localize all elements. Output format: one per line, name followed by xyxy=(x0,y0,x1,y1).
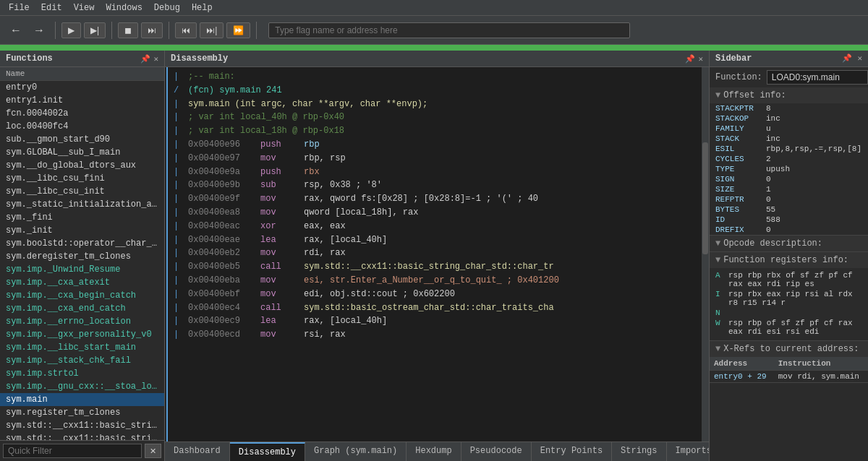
sidebar-offset-val: inc xyxy=(766,134,780,143)
menu-view[interactable]: View xyxy=(68,1,101,14)
disasm-address[interactable]: 0x00400e9b xyxy=(188,179,260,191)
disassembly-panel: Disassembly 📌 ✕ | ;-- main:/(fcn) sym.ma… xyxy=(165,51,709,461)
function-list-item[interactable]: sym.imp.__cxa_end_catch xyxy=(0,302,164,315)
disassembly-tab-graph--sym-main-[interactable]: Graph (sym.main) xyxy=(305,442,407,461)
disassembly-scrollbar[interactable] xyxy=(702,67,709,441)
disasm-address[interactable]: 0x00400e9f xyxy=(188,193,260,205)
nav-forward-button[interactable]: → xyxy=(29,22,49,38)
disasm-address[interactable]: 0x00400ecd xyxy=(188,329,260,341)
disasm-address[interactable]: 0x00400ebf xyxy=(188,288,260,301)
function-list-item[interactable]: sym.imp.__libc_start_main xyxy=(0,341,164,354)
function-list-item[interactable]: sym.register_tm_clones xyxy=(0,406,164,419)
disasm-address[interactable]: 0x00400eac xyxy=(188,220,260,233)
function-list-item[interactable]: sym.boolstd::operator__char_std::char_tr… xyxy=(0,237,164,250)
sidebar-offset-field-row: FAMILYu xyxy=(710,124,868,134)
sidebar-close-icon[interactable]: ✕ xyxy=(857,54,862,63)
menu-edit[interactable]: Edit xyxy=(35,1,68,14)
disasm-address[interactable]: 0x00400e96 xyxy=(188,139,260,151)
sidebar-offset-field-row: ID588 xyxy=(710,215,868,225)
disasm-address[interactable]: 0x00400eae xyxy=(188,234,260,246)
disassembly-tab-imports[interactable]: Imports xyxy=(667,442,709,461)
function-list-item[interactable]: sym.main xyxy=(0,393,164,406)
disassembly-tab-dashboard[interactable]: Dashboard xyxy=(165,442,230,461)
sidebar-function-input[interactable] xyxy=(767,70,868,85)
function-list-item[interactable]: sym.__libc_csu_fini xyxy=(0,172,164,185)
flag-address-input[interactable] xyxy=(268,22,630,38)
sidebar-offset-field-row: SIGN0 xyxy=(710,174,868,184)
disassembly-tab-disassembly[interactable]: Disassembly xyxy=(230,442,305,461)
function-list-item[interactable]: sym.__do_global_dtors_aux xyxy=(0,159,164,172)
function-list-item[interactable]: sym.imp._Unwind_Resume xyxy=(0,263,164,276)
disassembly-pin-icon[interactable]: 📌 xyxy=(685,54,695,64)
function-list-item[interactable]: sym.deregister_tm_clones xyxy=(0,250,164,263)
function-list-item[interactable]: sym.imp.__errno_location xyxy=(0,315,164,328)
disasm-address[interactable]: 0x00400e97 xyxy=(188,152,260,165)
disasm-address[interactable]: 0x00400ec9 xyxy=(188,315,260,327)
disasm-address[interactable]: 0x00400e9a xyxy=(188,166,260,178)
function-list-item[interactable]: sym.imp.__cxa_begin_catch xyxy=(0,289,164,302)
function-list-item[interactable]: sym.imp.strtol xyxy=(0,367,164,380)
disasm-address[interactable]: 0x00400eb2 xyxy=(188,247,260,259)
run-debug-button[interactable]: ▶| xyxy=(84,22,106,38)
function-list-item[interactable]: loc.00400fc4 xyxy=(0,120,164,133)
function-list-item[interactable]: sym.imp.__stack_chk_fail xyxy=(0,354,164,367)
function-list-item[interactable]: entry0 xyxy=(0,81,164,94)
menu-debug[interactable]: Debug xyxy=(148,1,186,14)
disassembly-tab-hexdump[interactable]: Hexdump xyxy=(407,442,461,461)
quick-filter-input[interactable] xyxy=(3,444,142,458)
function-list-item[interactable]: sym.imp.__gnu_cxx::__stoa_long_int_char_… xyxy=(0,380,164,393)
step-over-button[interactable]: ⏭ xyxy=(141,22,163,38)
run-button[interactable]: ▶ xyxy=(61,22,81,38)
disassembly-scrollbar-thumb[interactable] xyxy=(702,142,708,254)
functions-close-icon[interactable]: ✕ xyxy=(153,54,158,64)
disasm-address[interactable]: 0x00400eb5 xyxy=(188,261,260,273)
quick-filter-clear-button[interactable]: ✕ xyxy=(145,444,161,458)
sidebar-registers-header[interactable]: ▼ Function registers info: xyxy=(710,252,868,268)
continue-button[interactable]: ⏩ xyxy=(226,22,250,38)
disasm-line: | sym.main (int argc, char **argv, char … xyxy=(168,98,702,111)
function-list-item[interactable]: fcn.0004002a xyxy=(0,107,164,120)
sidebar-reg-val: rsp rbp of sf zf pf cf rax eax rdi esi r… xyxy=(728,319,862,336)
function-list-item[interactable]: sym.imp.__cxa_atexit xyxy=(0,276,164,289)
disasm-operands: rdi, rax xyxy=(304,247,346,259)
disasm-operands: rax, [local_40h] xyxy=(304,234,387,246)
function-list-item[interactable]: sym.imp.__gxx_personality_v0 xyxy=(0,328,164,341)
functions-pin-icon[interactable]: 📌 xyxy=(140,54,150,64)
sidebar-xrefs-header[interactable]: ▼ X-Refs to current address: xyxy=(710,341,868,357)
sidebar-opcode-title: Opcode description: xyxy=(723,238,822,249)
stop-button[interactable]: ◼ xyxy=(118,22,138,38)
menu-file[interactable]: File xyxy=(3,1,35,14)
function-list-item[interactable]: sym.std::__cxx11::basic_string_char_std:… xyxy=(0,432,164,440)
sidebar-reg-label: A xyxy=(715,271,726,288)
disassembly-tab-entry-points[interactable]: Entry Points xyxy=(532,442,612,461)
sidebar-pin-icon[interactable]: 📌 xyxy=(842,54,852,63)
step-into-button[interactable]: ⏮ xyxy=(175,22,197,38)
function-list-item[interactable]: sym.std::__cxx11::basic_string_char_std:… xyxy=(0,419,164,432)
sidebar-offset-header[interactable]: ▼ Offset info: xyxy=(710,87,868,103)
disasm-address[interactable]: 0x00400eba xyxy=(188,275,260,287)
sidebar-offset-key: STACKOP xyxy=(715,114,766,123)
sidebar-opcode-header[interactable]: ▼ Opcode description: xyxy=(710,236,868,251)
disasm-operands: edi, obj.std::cout ; 0x602200 xyxy=(304,288,455,301)
disasm-line: |0x00400e9b sub rsp, 0x38 ; '8' xyxy=(168,178,702,192)
function-list-item[interactable]: entry1.init xyxy=(0,94,164,107)
menu-help[interactable]: Help xyxy=(186,1,218,14)
disasm-mnemonic: mov xyxy=(260,275,304,287)
sidebar-offset-field-row: CYCLES2 xyxy=(710,154,868,164)
menu-windows[interactable]: Windows xyxy=(100,1,148,14)
nav-back-button[interactable]: ← xyxy=(6,22,26,38)
disassembly-close-icon[interactable]: ✕ xyxy=(698,54,703,64)
xrefs-row[interactable]: entry0 + 29mov rdi, sym.main xyxy=(710,371,868,383)
function-list-item[interactable]: sym._static_initialization_and_destructi… xyxy=(0,198,164,211)
function-list-item[interactable]: sym.__libc_csu_init xyxy=(0,185,164,198)
step-out-button[interactable]: ⏭| xyxy=(200,22,224,38)
disasm-address[interactable]: 0x00400ec4 xyxy=(188,302,260,314)
disassembly-tab-strings[interactable]: Strings xyxy=(612,442,666,461)
functions-panel: Functions 📌 ✕ Name entry0entry1.initfcn.… xyxy=(0,51,165,461)
function-list-item[interactable]: sym._fini xyxy=(0,211,164,224)
disasm-address[interactable]: 0x00400ea8 xyxy=(188,207,260,219)
function-list-item[interactable]: sub.__gmon_start_d90 xyxy=(0,133,164,146)
disassembly-tab-pseudocode[interactable]: Pseudocode xyxy=(461,442,532,461)
function-list-item[interactable]: sym._init xyxy=(0,224,164,237)
function-list-item[interactable]: sym.GLOBAL__sub_I_main xyxy=(0,146,164,159)
